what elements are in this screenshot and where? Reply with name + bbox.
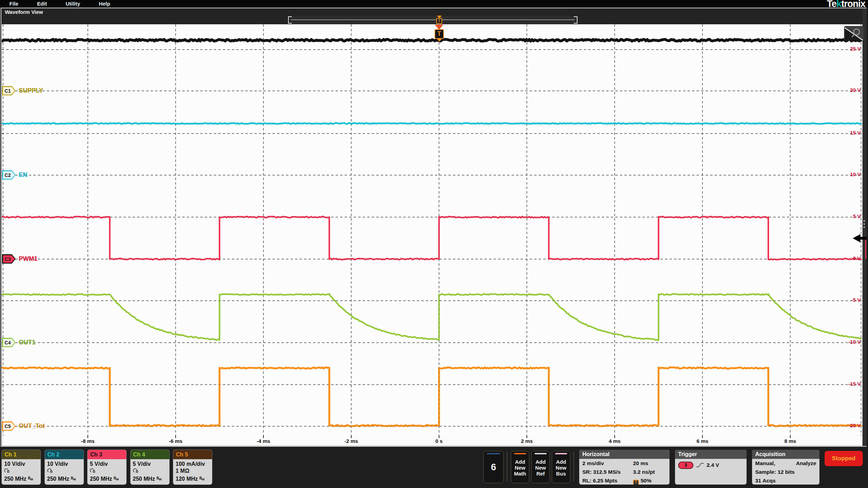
- menu-bar: FileEditUtilityHelp: [0, 0, 868, 8]
- channel-label: OUT_Tot: [19, 422, 45, 430]
- trigger-position-mini-flag[interactable]: T: [436, 18, 442, 24]
- menu-item-utility[interactable]: Utility: [66, 0, 80, 8]
- side-panel-handle-icon[interactable]: [863, 219, 865, 230]
- channel-card-body: 10 V/div250 MHz BW: [45, 459, 84, 484]
- add-new-bus-button[interactable]: AddNewBus: [552, 451, 570, 483]
- waveform-canvas[interactable]: [2, 24, 862, 436]
- divider: [573, 452, 574, 481]
- horizontal-pan-zoom-bar[interactable]: [288, 16, 578, 24]
- waveform-view-title: Waveform View: [5, 9, 43, 15]
- time-axis-label: 8 ms: [775, 438, 806, 444]
- channel-badge-c1[interactable]: C1: [2, 86, 16, 95]
- zoom-magnifier-button[interactable]: [844, 26, 864, 42]
- channel-card-header: Ch 5: [173, 450, 212, 459]
- trigger-source-badge: 3: [678, 462, 693, 469]
- time-axis-label: 4 ms: [599, 438, 630, 444]
- horizontal-record-length: RL: 6.25 Mpts: [582, 477, 633, 485]
- channel-card-header: Ch 2: [45, 450, 84, 459]
- trigger-position-icon: T: [633, 480, 639, 485]
- channel-badge-c5[interactable]: C5: [2, 421, 16, 431]
- channel-6-color-stripe: [487, 453, 500, 454]
- channel-card-4[interactable]: Ch 45 V/div250 MHz BW: [130, 450, 170, 485]
- acquisition-analyze: Analyze: [796, 459, 816, 468]
- time-tick: [175, 436, 176, 438]
- horizontal-position: 50%: [641, 478, 651, 483]
- channel-badge-c2[interactable]: C2: [2, 170, 16, 180]
- channel-card-header: Ch 4: [130, 450, 169, 459]
- channel-bandwidth: 250 MHz BW: [133, 474, 167, 483]
- channel-6-button[interactable]: 6: [483, 451, 504, 483]
- probe-icon: [4, 468, 10, 473]
- channel-badge-c3[interactable]: C3: [2, 254, 16, 264]
- horizontal-scale: 2 ms/div: [582, 459, 633, 468]
- time-tick: [614, 436, 615, 438]
- menu-item-edit[interactable]: Edit: [37, 0, 47, 8]
- channel-marker-c2[interactable]: C2EN: [2, 170, 27, 180]
- channel-badge-c4[interactable]: C4: [2, 338, 16, 347]
- button-color-stripe: [514, 453, 526, 454]
- channel-marker-c5[interactable]: C5OUT_Tot: [2, 421, 45, 431]
- tektronix-logo: Tektronix: [827, 0, 865, 9]
- y-axis-label: -20 V: [831, 422, 861, 428]
- button-label: AddNewRef: [532, 451, 549, 477]
- channel-card-5[interactable]: Ch 5100 mA/div1 MΩ120 MHz BW: [173, 450, 212, 485]
- channel-scale: 10 V/div: [47, 460, 81, 468]
- channel-scale: 100 mA/div: [176, 460, 210, 468]
- time-axis-label: 6 ms: [687, 438, 718, 444]
- add-new-math-button[interactable]: AddNewMath: [511, 451, 529, 483]
- y-axis-label: 25 V: [831, 46, 861, 52]
- oscilloscope-screen: { "menu_bar": { "items": ["File", "Edit"…: [0, 0, 868, 488]
- button-color-stripe: [534, 453, 547, 454]
- y-axis-label: 10 V: [831, 171, 861, 177]
- channel-label: SUPPLY: [19, 87, 43, 94]
- y-axis-label: -15 V: [831, 381, 861, 387]
- channel-card-2[interactable]: Ch 210 V/div250 MHz BW: [44, 450, 84, 485]
- channel-card-3[interactable]: Ch 35 V/div250 MHz BW: [87, 450, 127, 485]
- probe-icon: [90, 468, 96, 473]
- y-axis-label: 0 V: [831, 255, 861, 261]
- time-tick: [790, 436, 791, 438]
- trace-supply: [2, 39, 861, 41]
- horizontal-panel-title: Horizontal: [579, 450, 669, 459]
- menu-item-file[interactable]: File: [9, 0, 18, 8]
- time-tick: [263, 436, 264, 438]
- channel-label: PWM1: [19, 255, 37, 263]
- horizontal-resolution: 3.2 ns/pt: [633, 468, 666, 476]
- rising-edge-icon: [696, 462, 705, 469]
- trace-pwm1: [2, 216, 861, 260]
- acquisition-panel-title: Acquisition: [752, 450, 819, 459]
- acquisition-sample: Sample: 12 bits: [755, 468, 816, 476]
- horizontal-sample-rate: SR: 312.5 MS/s: [582, 468, 633, 476]
- run-state-badge[interactable]: Stopped: [825, 451, 863, 466]
- y-axis-label: 5 V: [831, 213, 861, 219]
- channel-marker-c3[interactable]: C3PWM1: [2, 254, 37, 264]
- button-label: AddNewMath: [511, 451, 529, 477]
- channel-card-body: 10 V/div250 MHz BW: [2, 459, 41, 484]
- time-axis-label: -8 ms: [72, 438, 103, 444]
- trigger-panel-title: Trigger: [675, 450, 747, 459]
- horizontal-panel[interactable]: Horizontal 2 ms/div20 ms SR: 312.5 MS/s3…: [579, 450, 670, 485]
- trigger-panel[interactable]: Trigger 3 2.4 V: [675, 450, 747, 485]
- y-axis-label: -10 V: [831, 339, 861, 345]
- channel-bandwidth: 250 MHz BW: [4, 474, 38, 483]
- trigger-marker-flag[interactable]: T: [435, 29, 444, 39]
- trigger-marker-tail: [437, 39, 442, 42]
- channel-card-body: 5 V/div250 MHz BW: [87, 459, 126, 484]
- channel-marker-c1[interactable]: C1SUPPLY: [2, 86, 43, 95]
- add-new-ref-button[interactable]: AddNewRef: [531, 451, 550, 483]
- acquisition-panel[interactable]: Acquisition Manual,Analyze Sample: 12 bi…: [752, 450, 820, 485]
- acquisition-count: 31 Acqs: [755, 477, 816, 485]
- channel-bandwidth: 250 MHz BW: [47, 474, 81, 483]
- channel-card-1[interactable]: Ch 110 V/div250 MHz BW: [1, 450, 41, 485]
- channel-marker-c4[interactable]: C4OUT1: [2, 338, 35, 347]
- channel-label: EN: [19, 171, 27, 179]
- time-axis-label: -6 ms: [160, 438, 191, 444]
- horizontal-window: 20 ms: [633, 459, 666, 468]
- channel-bandwidth: 120 MHz BW: [176, 474, 210, 483]
- time-tick: [87, 436, 88, 438]
- probe-icon: [133, 468, 139, 473]
- trace-out_tot: [2, 367, 861, 426]
- status-bar: Ch 110 V/div250 MHz BWCh 210 V/div250 MH…: [0, 447, 868, 488]
- menu-item-help[interactable]: Help: [99, 0, 110, 8]
- time-tick: [439, 436, 439, 438]
